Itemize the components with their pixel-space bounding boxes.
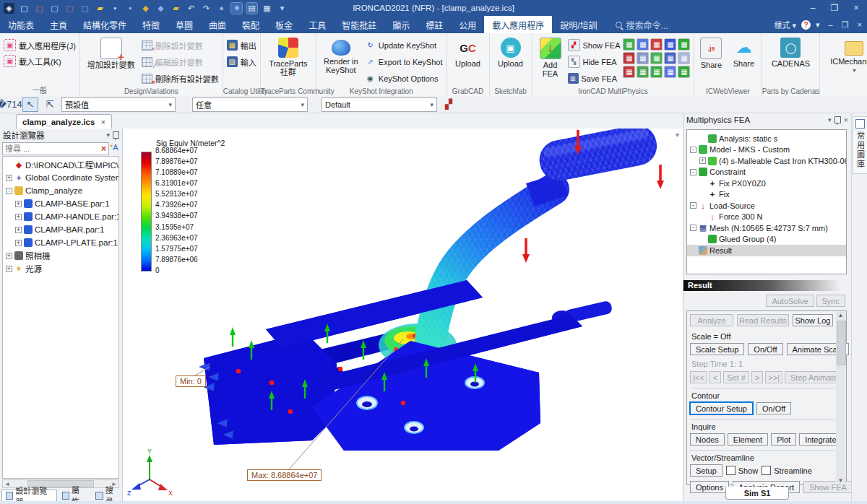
fea-box-green2-icon[interactable]: ▦ — [678, 66, 690, 78]
fea-tree-row[interactable]: - Model - MKS - Custom — [687, 144, 846, 156]
panel-menu-icon[interactable]: ▾ — [828, 116, 832, 123]
expander-icon[interactable]: + — [6, 253, 12, 259]
catalog-icon[interactable]: ◆ — [140, 3, 151, 14]
delete-all-design-variables-button[interactable]: ×刪除所有設計變數 — [142, 71, 219, 85]
panel-menu-icon[interactable]: ▾ — [106, 131, 110, 139]
fea-tree-row[interactable]: - ↓ Load-Source — [687, 200, 846, 212]
sync-button[interactable]: Sync — [816, 295, 845, 307]
tree-row[interactable]: - Clamp_analyze — [3, 184, 118, 197]
save-as-icon[interactable]: ▪ — [125, 3, 136, 14]
style-menu[interactable]: 樣式 ▾ — [770, 19, 800, 30]
expander-icon[interactable]: - — [690, 147, 696, 153]
scene-browser-icon[interactable]: ▤ — [246, 3, 257, 14]
fea-mesh-red-dot-icon[interactable]: ▦ — [650, 38, 663, 51]
ribbon-minimize-button[interactable]: – — [825, 20, 837, 29]
expander-icon[interactable]: + — [699, 157, 706, 164]
read-results-button[interactable]: Read Results — [737, 314, 789, 326]
scale-setup-button[interactable]: Scale Setup — [690, 343, 744, 355]
load-tool-button[interactable]: ▣載入工具(K) — [4, 54, 76, 68]
ribbon-restore-button[interactable]: ❐ — [838, 20, 853, 30]
fea-cube-outline-icon[interactable]: ▦ — [637, 38, 649, 51]
render-in-keyshot-button[interactable]: Render in KeyShot — [320, 35, 362, 86]
selection-filter-dropdown[interactable]: 預設值▾ — [61, 97, 176, 112]
save-icon[interactable]: ▪ — [110, 3, 121, 14]
box-select-icon[interactable]: ⇱ — [42, 97, 58, 112]
insert-part-icon[interactable]: ◆ — [155, 3, 166, 14]
plot-button[interactable]: Plot — [771, 433, 796, 446]
panel-tab[interactable]: 設計瀏覽器 — [1, 490, 57, 501]
viewport-collapse-icon[interactable]: ▾ — [676, 131, 679, 139]
fea-tree-row[interactable]: + (4) s-Malleable Cast Iron KTH300-06 — [687, 155, 846, 167]
sketchfab-upload-button[interactable]: ▣ Upload — [493, 35, 528, 86]
menu-tab[interactable]: 公用 — [451, 16, 484, 33]
menu-tab[interactable]: 說明/培訓 — [552, 16, 605, 33]
catalog-import-button[interactable]: ▨輸入 — [227, 55, 256, 69]
menu-tab[interactable]: 板金 — [267, 16, 301, 33]
nodes-button[interactable]: Nodes — [690, 433, 725, 446]
fea-mesh-green3-icon[interactable]: ▦ — [650, 66, 663, 78]
hide-fea-button[interactable]: ▚Hide FEA — [568, 55, 621, 69]
menu-tab[interactable]: 顯示 — [384, 16, 418, 33]
tree-row[interactable]: + 照相機 — [3, 249, 118, 262]
menu-tab[interactable]: 曲面 — [201, 16, 234, 33]
expander-icon[interactable]: - — [690, 169, 696, 175]
step-animate-button[interactable]: Step Animate — [785, 371, 843, 383]
expander-icon[interactable]: + — [15, 201, 22, 207]
help-icon[interactable]: ? — [801, 20, 811, 30]
close-button[interactable]: × — [845, 0, 867, 16]
sim-tab[interactable]: Sim S1 — [725, 487, 789, 500]
search-filter-icon[interactable]: *A — [110, 143, 118, 152]
menu-tab[interactable]: 智能批註 — [334, 16, 384, 33]
close-document-icon[interactable]: ▢ — [34, 3, 45, 14]
3d-viewport[interactable]: Y X Z Sig Equiv N/meter^2 8.68864e+077.8… — [123, 129, 683, 501]
fea-cube-outline2-icon[interactable]: ▦ — [637, 52, 649, 64]
pin-icon[interactable] — [113, 131, 119, 139]
fea-tree-row[interactable]: ↓ Force 300 N — [687, 212, 846, 223]
menu-tab[interactable]: 結構化零件 — [75, 16, 134, 33]
share-cloud-button[interactable]: ☁ Share — [730, 35, 757, 86]
fea-cube-blue-icon[interactable]: ▦ — [664, 38, 676, 51]
open-folder-icon[interactable]: ▰ — [95, 3, 105, 14]
scene-options-icon[interactable]: ▦ — [262, 3, 272, 14]
vector-setup-button[interactable]: Setup — [690, 464, 722, 477]
step-first-button[interactable]: |<< — [690, 371, 707, 383]
step-next-button[interactable]: > — [751, 371, 763, 383]
panel-tab[interactable]: 屬性 — [58, 490, 91, 501]
cadenas-button[interactable]: ◯ CADENAS — [765, 35, 816, 86]
catalog-export-button[interactable]: ▦輸出 — [227, 38, 256, 52]
qat-more-icon[interactable]: ▾ — [277, 3, 288, 14]
ribbon-close-button[interactable]: × — [854, 20, 866, 29]
expander-icon[interactable]: + — [6, 175, 12, 181]
menu-tab[interactable]: 標註 — [418, 16, 451, 33]
smart-select-icon[interactable]: �714; — [3, 97, 19, 112]
tree-row[interactable]: + CLAMP-LPLATE.par:1 — [3, 236, 118, 249]
keyshot-options-button[interactable]: ◉KeyShot Options — [365, 71, 443, 85]
menu-tab[interactable]: 工具 — [301, 16, 334, 33]
show-checkbox[interactable] — [726, 466, 736, 475]
tree-row[interactable]: + CLAMP-HANDLE.par:1 — [3, 210, 118, 223]
expander-icon[interactable]: - — [6, 188, 12, 194]
update-keyshot-button[interactable]: ↻Update KeyShot — [365, 38, 443, 52]
analyze-button[interactable]: Analyze — [690, 314, 733, 326]
delete-design-variable-button[interactable]: ×刪除設計變數 — [142, 38, 219, 52]
style-dropdown[interactable]: Default▾ — [322, 97, 437, 112]
select-arrow-icon[interactable]: ↖ — [22, 97, 38, 112]
fea-cube-red-icon[interactable]: ▦ — [623, 52, 635, 64]
restore-button[interactable]: ❐ — [824, 0, 845, 16]
tree-row[interactable]: + + Global Coordinate System — [3, 171, 118, 184]
tree-row[interactable]: + ☀ 光源 — [3, 262, 118, 275]
tree-row[interactable]: + CLAMP-BAR.par:1 — [3, 223, 118, 236]
fea-tree-row[interactable]: Result — [687, 245, 846, 256]
fea-tree-row[interactable]: + Fix PX0Y0Z0 — [687, 178, 846, 189]
add-design-variable-button[interactable]: 增加設計變數 — [84, 35, 139, 86]
smart-paint-icon[interactable]: ✳ — [231, 3, 242, 14]
traceparts-community-button[interactable]: TraceParts社群 — [264, 35, 312, 86]
fea-tree-row[interactable]: Glued Group (4) — [687, 234, 846, 246]
fea-tree-row[interactable]: Analysis: static s — [687, 133, 846, 144]
step-last-button[interactable]: >>| — [765, 371, 782, 383]
send-model-icon[interactable]: ▰ — [171, 3, 181, 14]
expander-icon[interactable]: - — [690, 202, 696, 209]
fea-cube-half-icon[interactable]: ▦ — [664, 66, 676, 78]
fea-panel-blue-icon[interactable]: ▦ — [678, 52, 690, 64]
options-button[interactable]: Options — [690, 481, 729, 493]
